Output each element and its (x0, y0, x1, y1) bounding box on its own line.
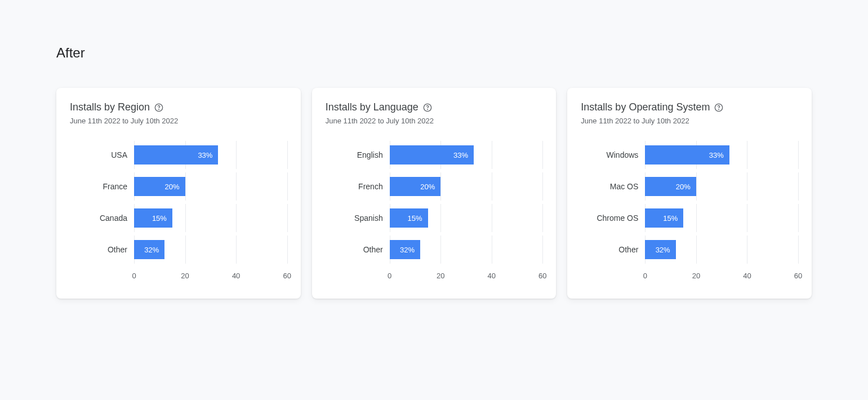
bar-value: 15% (663, 214, 678, 223)
page-title: After (56, 45, 812, 61)
bar: 32% (645, 240, 675, 259)
bar-chart: English 33% French 20% (326, 145, 543, 283)
grid-line (696, 172, 697, 201)
x-axis: 0 20 40 60 (326, 272, 543, 283)
chart-row: Other 32% (581, 240, 798, 259)
card-title: Installs by Operating System (581, 101, 710, 113)
plot-area: 33% (645, 145, 798, 165)
cards-container: Installs by Region June 11th 2022 to Jul… (56, 88, 812, 299)
row-label: English (326, 150, 390, 159)
svg-point-3 (427, 109, 428, 110)
svg-point-1 (159, 109, 159, 110)
axis-tick: 20 (181, 272, 189, 280)
bar-value: 20% (420, 183, 435, 191)
grid-line (287, 204, 288, 232)
row-label: Other (326, 245, 390, 254)
grid-line (236, 235, 237, 264)
grid-line (696, 235, 697, 264)
help-icon[interactable] (714, 103, 723, 112)
bar-value: 20% (165, 183, 180, 191)
chart-row: Other 32% (326, 240, 543, 259)
grid-line (236, 172, 237, 201)
bar-value: 32% (656, 246, 670, 254)
grid-line (542, 204, 543, 232)
help-icon[interactable] (423, 103, 432, 112)
bar-value: 20% (676, 183, 691, 191)
chart-row: Spanish 15% (326, 208, 543, 228)
card-subtitle: June 11th 2022 to July 10th 2022 (326, 117, 543, 125)
bar: 33% (134, 145, 218, 165)
x-axis: 0 20 40 60 (70, 272, 287, 283)
chart-row: France 20% (70, 177, 287, 196)
bar-value: 33% (198, 151, 212, 159)
bar-value: 33% (709, 151, 724, 159)
row-label: Spanish (326, 214, 390, 223)
bar: 33% (390, 145, 474, 165)
plot-area: 15% (134, 208, 287, 228)
plot-area: 33% (134, 145, 287, 165)
grid-line (542, 235, 543, 264)
plot-area: 32% (390, 240, 543, 259)
axis-tick: 20 (692, 272, 700, 280)
row-label: French (326, 182, 390, 191)
bar: 32% (390, 240, 420, 259)
grid-line (747, 204, 747, 232)
bar-value: 15% (408, 214, 422, 223)
bar-value: 33% (453, 151, 468, 159)
grid-line (492, 204, 492, 232)
card-title: Installs by Language (326, 101, 419, 113)
bar: 15% (390, 208, 428, 228)
bar: 20% (645, 177, 696, 196)
plot-area: 15% (390, 208, 543, 228)
row-label: Other (70, 245, 134, 254)
plot-area: 32% (134, 240, 287, 259)
row-label: Canada (70, 214, 134, 223)
plot-area: 20% (390, 177, 543, 196)
axis-tick: 40 (232, 272, 240, 280)
grid-line (798, 204, 799, 232)
grid-line (542, 172, 543, 201)
card-title: Installs by Region (70, 101, 150, 113)
plot-area: 15% (645, 208, 798, 228)
chart-row: Other 32% (70, 240, 287, 259)
help-icon[interactable] (154, 103, 163, 112)
grid-line (287, 141, 288, 169)
chart-row: USA 33% (70, 145, 287, 165)
bar: 20% (390, 177, 441, 196)
row-label: Chrome OS (581, 214, 645, 223)
chart-row: Chrome OS 15% (581, 208, 798, 228)
chart-row: English 33% (326, 145, 543, 165)
bar: 32% (134, 240, 164, 259)
bar: 20% (134, 177, 185, 196)
axis-tick: 40 (488, 272, 496, 280)
plot-area: 20% (134, 177, 287, 196)
chart-row: French 20% (326, 177, 543, 196)
axis-tick: 0 (132, 272, 136, 280)
grid-line (185, 204, 186, 232)
axis-tick: 60 (538, 272, 546, 280)
x-axis: 0 20 40 60 (581, 272, 798, 283)
grid-line (747, 172, 747, 201)
bar-value: 32% (400, 246, 415, 254)
chart-row: Mac OS 20% (581, 177, 798, 196)
plot-area: 32% (645, 240, 798, 259)
grid-line (747, 235, 747, 264)
bar: 15% (645, 208, 683, 228)
card-subtitle: June 11th 2022 to July 10th 2022 (581, 117, 798, 125)
grid-line (236, 204, 237, 232)
bar: 15% (134, 208, 172, 228)
grid-line (747, 141, 747, 169)
plot-area: 20% (645, 177, 798, 196)
axis-tick: 60 (283, 272, 291, 280)
grid-line (798, 235, 799, 264)
chart-row: Windows 33% (581, 145, 798, 165)
card-region: Installs by Region June 11th 2022 to Jul… (56, 88, 301, 299)
grid-line (287, 235, 288, 264)
grid-line (236, 141, 237, 169)
card-subtitle: June 11th 2022 to July 10th 2022 (70, 117, 287, 125)
bar-chart: Windows 33% Mac OS 20% (581, 145, 798, 283)
grid-line (492, 235, 492, 264)
axis-tick: 60 (794, 272, 802, 280)
axis-tick: 20 (437, 272, 444, 280)
grid-line (542, 141, 543, 169)
